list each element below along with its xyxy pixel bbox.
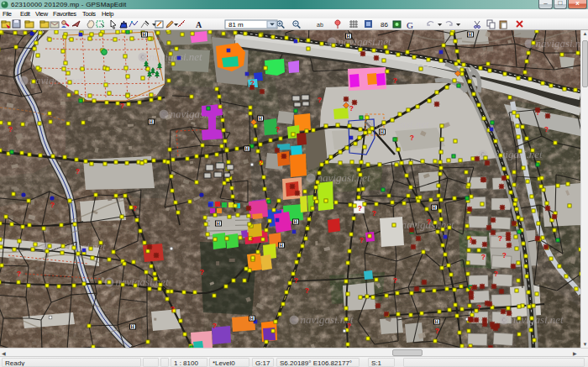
svg-text:A: A xyxy=(196,20,202,29)
svg-text:ab: ab xyxy=(317,22,323,28)
svg-text:81 m: 81 m xyxy=(228,21,244,29)
svg-text:86: 86 xyxy=(381,21,388,29)
svg-text:G: G xyxy=(407,20,413,30)
